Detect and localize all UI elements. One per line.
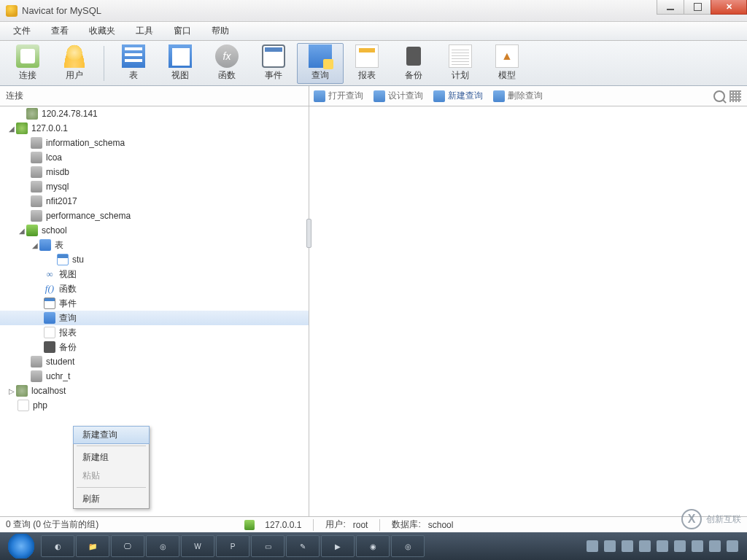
tree-db[interactable]: lcoa: [0, 150, 309, 165]
action-design-query[interactable]: 设计查询: [374, 90, 423, 102]
watermark-icon: X: [681, 509, 702, 529]
menu-favorites[interactable]: 收藏夹: [79, 22, 125, 40]
task-item[interactable]: 🖵: [111, 535, 144, 557]
backup-icon: [402, 44, 425, 68]
tray-icon[interactable]: [657, 540, 668, 552]
task-item[interactable]: ◎: [391, 535, 425, 557]
status-db: school: [428, 520, 454, 530]
tool-user[interactable]: 用户: [51, 43, 98, 84]
maximize-button[interactable]: [684, 0, 711, 15]
ctx-paste[interactable]: 粘贴: [74, 467, 149, 485]
table-icon: [57, 254, 69, 265]
menu-view[interactable]: 查看: [41, 22, 79, 40]
action-open-query[interactable]: 打开查询: [314, 90, 363, 102]
status-user-label: 用户:: [325, 518, 345, 531]
db-icon: [31, 210, 42, 222]
menu-window[interactable]: 窗口: [163, 22, 201, 40]
open-query-icon: [314, 90, 325, 102]
user-icon: [63, 44, 86, 68]
tray-icon[interactable]: [709, 540, 721, 552]
ctx-refresh[interactable]: 刷新: [74, 490, 149, 508]
tool-event[interactable]: 事件: [250, 43, 297, 84]
tool-connect[interactable]: 连接: [4, 43, 51, 84]
design-query-icon: [374, 90, 385, 102]
db-icon: [31, 166, 42, 178]
tree-db[interactable]: student: [0, 354, 309, 369]
ctx-new-query[interactable]: 新建查询: [73, 426, 150, 444]
tray-icon[interactable]: [622, 540, 633, 552]
tray-icon[interactable]: [639, 540, 651, 552]
tool-report[interactable]: 报表: [344, 43, 390, 84]
close-button[interactable]: [711, 0, 747, 15]
tree-views[interactable]: ∞视图: [0, 267, 309, 281]
tray-icon[interactable]: [727, 540, 738, 552]
action-new-query[interactable]: 新建查询: [433, 90, 483, 102]
tool-func[interactable]: 函数: [204, 43, 250, 84]
minimize-button[interactable]: [657, 0, 684, 15]
db-open-icon: [26, 225, 38, 236]
report-icon: [355, 44, 379, 68]
backups-icon: [44, 341, 55, 353]
db-icon: [31, 181, 42, 192]
tray-icon[interactable]: [692, 540, 703, 552]
tree-table[interactable]: stu: [0, 252, 309, 267]
server-icon: [26, 108, 38, 120]
tree-db[interactable]: mysql: [0, 179, 309, 194]
statusbar: 0 查询 (0 位于当前的组) 127.0.0.1 用户: root 数据库: …: [0, 516, 747, 532]
tree-db[interactable]: ◢school: [0, 223, 309, 238]
tray-icon[interactable]: [674, 540, 686, 552]
task-item[interactable]: ◎: [146, 535, 179, 557]
task-item[interactable]: 📁: [76, 535, 109, 557]
tree-db[interactable]: uchr_t: [0, 369, 309, 384]
tree-db[interactable]: information_schema: [0, 136, 309, 150]
tray-icon[interactable]: [604, 540, 616, 552]
table-icon: [122, 44, 145, 68]
tool-backup[interactable]: 备份: [390, 43, 437, 84]
splitter-handle[interactable]: [306, 219, 311, 248]
tree-events[interactable]: 事件: [0, 296, 309, 311]
event-icon: [262, 44, 285, 68]
tool-table[interactable]: 表: [110, 43, 157, 84]
tree-db[interactable]: performance_schema: [0, 209, 309, 223]
task-item[interactable]: ◉: [356, 535, 390, 557]
tool-query[interactable]: 查询: [297, 43, 344, 84]
menu-file[interactable]: 文件: [3, 22, 41, 40]
tree-funcs[interactable]: f()函数: [0, 281, 309, 296]
task-item[interactable]: ▶: [321, 535, 355, 557]
window-controls: [657, 0, 747, 15]
task-item[interactable]: W: [181, 535, 214, 557]
tray-icon[interactable]: [587, 540, 598, 552]
tree-db[interactable]: nfit2017: [0, 194, 309, 209]
action-delete-query[interactable]: 删除查询: [493, 90, 543, 102]
task-item[interactable]: P: [216, 535, 249, 557]
task-item[interactable]: ✎: [286, 535, 320, 557]
tool-plan[interactable]: 计划: [437, 43, 484, 84]
titlebar: Navicat for MySQL: [0, 0, 747, 22]
menubar: 文件 查看 收藏夹 工具 窗口 帮助: [0, 22, 747, 41]
tree-reports[interactable]: 报表: [0, 325, 309, 340]
ctx-new-group[interactable]: 新建组: [74, 448, 149, 467]
func-icon: [215, 44, 239, 68]
file-icon: [18, 400, 29, 411]
tree-tables[interactable]: ◢表: [0, 238, 309, 252]
tree-server[interactable]: 120.24.78.141: [0, 106, 309, 121]
tree-db[interactable]: misdb: [0, 165, 309, 179]
tree-file[interactable]: php: [0, 398, 309, 413]
menu-help[interactable]: 帮助: [201, 22, 239, 40]
toolbar: 连接 用户 表 视图 函数 事件 查询 报表 备份 计划 模型: [0, 41, 747, 86]
tables-icon: [39, 239, 51, 251]
tool-view[interactable]: 视图: [157, 43, 204, 84]
tree-queries[interactable]: 查询: [0, 311, 309, 325]
db-icon: [31, 152, 42, 163]
tool-model[interactable]: 模型: [484, 43, 530, 84]
status-conn: 127.0.0.1: [265, 520, 301, 530]
task-item[interactable]: ◐: [41, 535, 74, 557]
tree-server[interactable]: ▷localhost: [0, 384, 309, 398]
start-button[interactable]: [3, 534, 39, 559]
tree-server[interactable]: ◢127.0.0.1: [0, 121, 309, 136]
tree-backups[interactable]: 备份: [0, 340, 309, 354]
menu-tools[interactable]: 工具: [125, 22, 163, 40]
task-item[interactable]: ▭: [251, 535, 285, 557]
grid-view-icon[interactable]: [729, 90, 741, 102]
search-icon[interactable]: [713, 90, 725, 102]
